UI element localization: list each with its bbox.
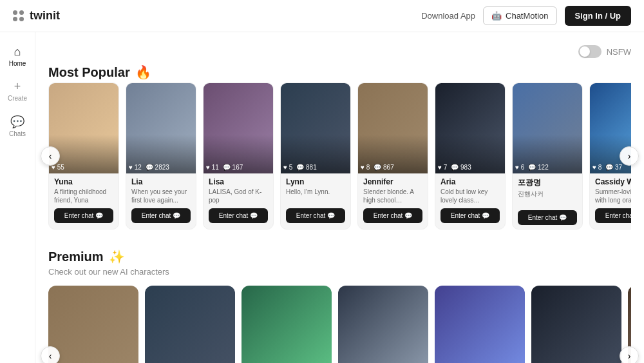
character-description: 진행사커: [518, 190, 577, 206]
character-name: Jennifer: [363, 177, 422, 186]
character-image: ♥ 12 💬 2823: [126, 83, 196, 173]
fire-emoji: 🔥: [135, 64, 151, 80]
sidebar-chats-label: Chats: [9, 130, 26, 137]
character-info: Aria Cold but low key lovely class presi…: [435, 173, 505, 227]
logo-text: twinit: [30, 9, 60, 23]
like-count: ♥ 12: [129, 164, 142, 171]
logo[interactable]: twinit: [13, 9, 60, 23]
premium-character-card[interactable]: Jordan VOICE Jordan is your long-time fr…: [242, 286, 332, 363]
character-description: When you see your first love again...: [131, 188, 191, 204]
premium-carousel: ‹ Emma VISUAL My neighbor's sister who j…: [48, 286, 631, 363]
chats-icon: 💬: [10, 115, 24, 129]
character-stats: ♥ 6 💬 122: [515, 164, 549, 171]
character-stats: ♥ 5 💬 881: [283, 164, 317, 171]
character-info: Lisa LALISA, God of K-pop Enter chat 💬: [204, 173, 273, 227]
chat-count: 💬 37: [605, 164, 622, 171]
like-count: ♥ 7: [438, 164, 447, 171]
character-image: ♥ 11 💬 167: [204, 83, 274, 173]
sidebar-home-label: Home: [9, 60, 26, 67]
signin-button[interactable]: Sign In / Up: [565, 6, 632, 26]
create-icon: +: [14, 80, 21, 93]
character-image: ♥ 5 💬 881: [281, 83, 351, 173]
premium-character-image: Jordan VOICE: [242, 286, 332, 363]
like-count: ♥ 5: [283, 164, 292, 171]
main-layout: ⌂ Home + Create 💬 Chats NSFW Most Popula…: [0, 32, 644, 363]
character-card[interactable]: ♥ 8 💬 867 Jennifer Slender blonde. A hig…: [357, 83, 428, 230]
like-count: ♥ 6: [515, 164, 524, 171]
character-stats: ♥ 8 💬 37: [592, 164, 622, 171]
character-card[interactable]: ♥ 5 💬 881 Lynn Hello, I'm Lynn. Enter ch…: [280, 83, 351, 230]
premium-carousel-prev-button[interactable]: ‹: [41, 346, 60, 363]
chat-count: 💬 122: [528, 164, 548, 171]
character-info: Yuna A flirting childhood friend, Yuna E…: [49, 173, 118, 227]
enter-chat-button[interactable]: Enter chat 💬: [363, 208, 422, 223]
enter-chat-button[interactable]: Enter chat 💬: [131, 208, 191, 223]
character-image: ♥ 6 💬 122: [513, 83, 583, 173]
chatmotion-button[interactable]: 🤖 ChatMotion: [483, 6, 556, 25]
enter-chat-button[interactable]: Enter chat 💬: [518, 210, 577, 225]
chatmotion-icon: 🤖: [491, 11, 502, 21]
enter-chat-button[interactable]: Enter chat 💬: [54, 208, 113, 223]
premium-character-card[interactable]: Jessica VOICE Jessica is a community (re…: [531, 286, 621, 363]
premium-character-card[interactable]: Mia VOICE She's your neighbor and always…: [435, 286, 525, 363]
premium-character-image: Sakura VISUAL: [145, 286, 235, 363]
like-count: ♥ 11: [206, 164, 219, 171]
premium-character-card[interactable]: Sakura VISUAL Psychological counselor wh…: [145, 286, 235, 363]
premium-character-image: Mia VOICE: [435, 286, 525, 363]
premium-title: Premium ✨: [48, 249, 631, 264]
character-image: ♥ 7 💬 983: [435, 83, 506, 173]
character-card[interactable]: ♥ 11 💬 167 Lisa LALISA, God of K-pop Ent…: [203, 83, 274, 230]
character-name: Lisa: [209, 177, 268, 186]
enter-chat-button[interactable]: Enter chat 💬: [595, 208, 631, 223]
main-content: NSFW Most Popular 🔥 ‹ ♥ 55 Yuna A flirti…: [35, 32, 644, 363]
premium-character-card[interactable]: Emma VISUAL My neighbor's sister who jus…: [48, 286, 138, 363]
like-count: ♥ 8: [361, 164, 370, 171]
chat-count: 💬 867: [374, 164, 393, 171]
character-stats: ♥ 12 💬 2823: [129, 164, 169, 171]
premium-character-image: Emma VISUAL: [48, 286, 138, 363]
nsfw-label: NSFW: [607, 47, 631, 57]
character-info: Lia When you see your first love again..…: [126, 173, 196, 227]
character-card[interactable]: ♥ 7 💬 983 Aria Cold but low key lovely c…: [435, 83, 506, 230]
character-info: Cassidy Westchester Summer-loving girl w…: [590, 173, 631, 227]
chat-count: 💬 881: [296, 164, 316, 171]
character-name: Yuna: [54, 177, 113, 186]
toggle-knob: [580, 46, 590, 57]
sidebar-item-chats[interactable]: 💬 Chats: [0, 110, 35, 142]
enter-chat-button[interactable]: Enter chat 💬: [209, 208, 268, 223]
sidebar-create-label: Create: [8, 95, 27, 102]
character-name: Lynn: [286, 177, 345, 186]
premium-cards: Emma VISUAL My neighbor's sister who jus…: [48, 286, 631, 363]
nsfw-toggle[interactable]: [578, 45, 601, 58]
character-description: A flirting childhood friend, Yuna: [54, 188, 113, 204]
premium-emoji: ✨: [109, 249, 125, 264]
header-right: Download App 🤖 ChatMotion Sign In / Up: [421, 6, 631, 26]
nsfw-row: NSFW: [48, 45, 631, 58]
character-card[interactable]: ♥ 12 💬 2823 Lia When you see your first …: [126, 83, 196, 230]
character-name: Lia: [131, 177, 191, 186]
premium-text: Premium: [48, 250, 104, 264]
carousel-next-button[interactable]: ›: [620, 146, 639, 166]
most-popular-carousel: ‹ ♥ 55 Yuna A flirting childhood friend,…: [48, 83, 631, 230]
character-description: Slender blonde. A high school education.…: [363, 188, 422, 204]
character-stats: ♥ 11 💬 167: [206, 164, 243, 171]
character-info: Jennifer Slender blonde. A high school e…: [358, 173, 428, 227]
character-name: Aria: [440, 177, 500, 186]
chat-count: 💬 167: [223, 164, 243, 171]
premium-carousel-next-button[interactable]: ›: [620, 346, 639, 363]
download-app-button[interactable]: Download App: [421, 11, 475, 21]
premium-character-image: Ethan VOICE: [338, 286, 428, 363]
premium-character-card[interactable]: Ethan VOICE Ethan is your shy and has a: [338, 286, 428, 363]
sidebar-item-home[interactable]: ⌂ Home: [0, 40, 35, 72]
sidebar-item-create[interactable]: + Create: [0, 75, 35, 107]
home-icon: ⌂: [14, 45, 21, 59]
character-name: Cassidy Westchester: [595, 177, 631, 186]
character-stats: ♥ 8 💬 867: [361, 164, 394, 171]
enter-chat-button[interactable]: Enter chat 💬: [440, 208, 500, 223]
character-image: ♥ 55: [49, 83, 119, 173]
carousel-prev-button[interactable]: ‹: [41, 146, 60, 166]
enter-chat-button[interactable]: Enter chat 💬: [286, 208, 345, 223]
premium-subtitle: Check out our new AI characters: [48, 267, 631, 277]
character-card[interactable]: ♥ 6 💬 122 포광명 진행사커 Enter chat 💬: [512, 83, 583, 230]
character-name: 포광명: [518, 177, 577, 188]
